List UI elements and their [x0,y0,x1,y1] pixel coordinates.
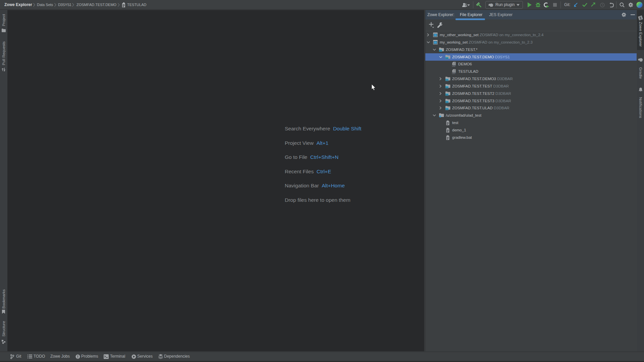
svg-text:MEM: MEM [452,72,455,74]
svg-text:MEM: MEM [452,65,455,67]
svg-text:DS: DS [446,57,448,59]
svg-text:DS: DS [439,50,442,52]
svg-text:DS: DS [446,86,448,88]
svg-text:DS: DS [446,94,448,96]
svg-text:DS: DS [446,79,448,81]
svg-text:DS: DS [446,108,448,110]
svg-text:DS: DS [446,101,448,103]
